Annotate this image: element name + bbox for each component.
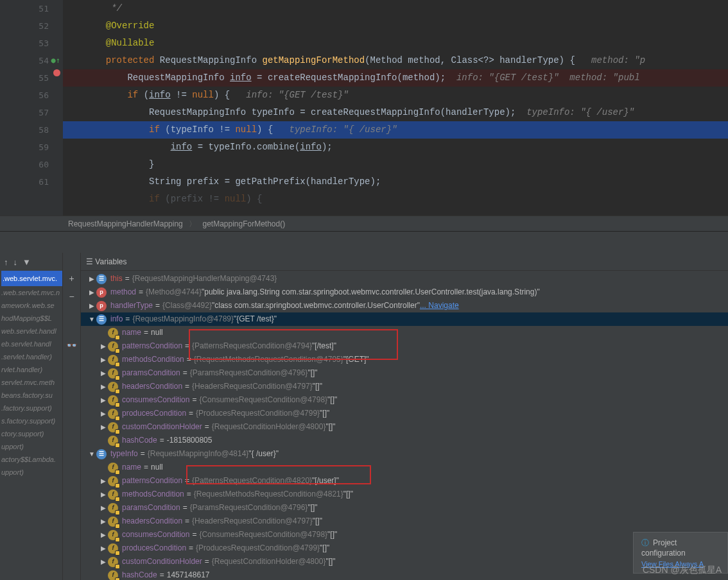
var-row[interactable]: headersCondition = {HeadersRequestCondit…	[81, 380, 728, 393]
frames-column: ↑ ↓ ▼ .web.servlet.mvc..web.servlet.mvc.…	[0, 253, 63, 580]
code-editor[interactable]: 51525354 ●↑55 565758596061 */ @Override …	[0, 0, 728, 216]
watermark: CSDN @灰色孤星A	[643, 565, 722, 576]
code-content[interactable]: */ @Override @Nullable protected Request…	[63, 0, 728, 216]
var-row[interactable]: phandlerType = {Class@4492} "class com.s…	[81, 299, 728, 312]
frames-list[interactable]: .web.servlet.mvc..web.servlet.mvc.namewo…	[0, 271, 62, 479]
var-row[interactable]: ☰this = {RequestMappingHandlerMapping@47…	[81, 272, 728, 286]
var-row[interactable]: hashCode = 1457148617	[81, 568, 728, 580]
var-row[interactable]: pmethod = {Method@4744} "public java.lan…	[81, 286, 728, 299]
variables-tree[interactable]: ☰this = {RequestMappingHandlerMapping@47…	[81, 271, 728, 580]
frames-toolbar: ↑ ↓ ▼	[0, 253, 62, 271]
chevron-right-icon: 〉	[189, 219, 196, 228]
filter-icon[interactable]: ▼	[22, 257, 31, 267]
var-row[interactable]: methodsCondition = {RequestMethodsReques…	[81, 488, 728, 501]
breadcrumb-class[interactable]: RequestMappingHandlerMapping	[68, 219, 183, 228]
variables-header: Variables	[81, 253, 728, 271]
var-row[interactable]: consumesCondition = {ConsumesRequestCond…	[81, 528, 728, 542]
breadcrumb-method[interactable]: getMappingForMethod()	[202, 219, 285, 228]
var-row[interactable]: producesCondition = {ProducesRequestCond…	[81, 542, 728, 555]
debug-panel: ↑ ↓ ▼ .web.servlet.mvc..web.servlet.mvc.…	[0, 253, 728, 580]
var-row[interactable]: paramsCondition = {ParamsRequestConditio…	[81, 501, 728, 515]
var-row[interactable]: headersCondition = {HeadersRequestCondit…	[81, 515, 728, 528]
glasses-icon[interactable]: 👓	[63, 340, 80, 350]
line-gutter: 51525354 ●↑55 565758596061	[0, 0, 63, 216]
var-row[interactable]: consumesCondition = {ConsumesRequestCond…	[81, 393, 728, 407]
var-row[interactable]: patternsCondition = {PatternsRequestCond…	[81, 339, 728, 353]
info-icon: ⓘ	[641, 538, 649, 547]
var-row[interactable]: customConditionHolder = {RequestConditio…	[81, 420, 728, 434]
var-row[interactable]: methodsCondition = {RequestMethodsReques…	[81, 353, 728, 366]
var-row[interactable]: ☰info = {RequestMappingInfo@4789} "{GET …	[81, 312, 728, 326]
panel-gap	[0, 231, 728, 253]
arrow-down-icon[interactable]: ↓	[13, 257, 18, 267]
var-row[interactable]: patternsCondition = {PatternsRequestCond…	[81, 474, 728, 488]
var-row[interactable]: customConditionHolder = {RequestConditio…	[81, 555, 728, 568]
var-row[interactable]: name = null	[81, 326, 728, 339]
variables-column: + − 👓 Variables ☰this = {RequestMappingH…	[63, 253, 728, 580]
var-row[interactable]: hashCode = -1815800805	[81, 434, 728, 447]
var-row[interactable]: paramsCondition = {ParamsRequestConditio…	[81, 366, 728, 380]
vars-toolbar: + − 👓	[63, 253, 81, 580]
breadcrumb[interactable]: RequestMappingHandlerMapping 〉 getMappin…	[0, 216, 728, 231]
minus-icon[interactable]: −	[63, 291, 80, 302]
plus-icon[interactable]: +	[63, 273, 80, 284]
var-row[interactable]: ☰typeInfo = {RequestMappingInfo@4814} "{…	[81, 447, 728, 461]
arrow-up-icon[interactable]: ↑	[4, 257, 8, 267]
var-row[interactable]: producesCondition = {ProducesRequestCond…	[81, 407, 728, 420]
var-row[interactable]: name = null	[81, 461, 728, 474]
